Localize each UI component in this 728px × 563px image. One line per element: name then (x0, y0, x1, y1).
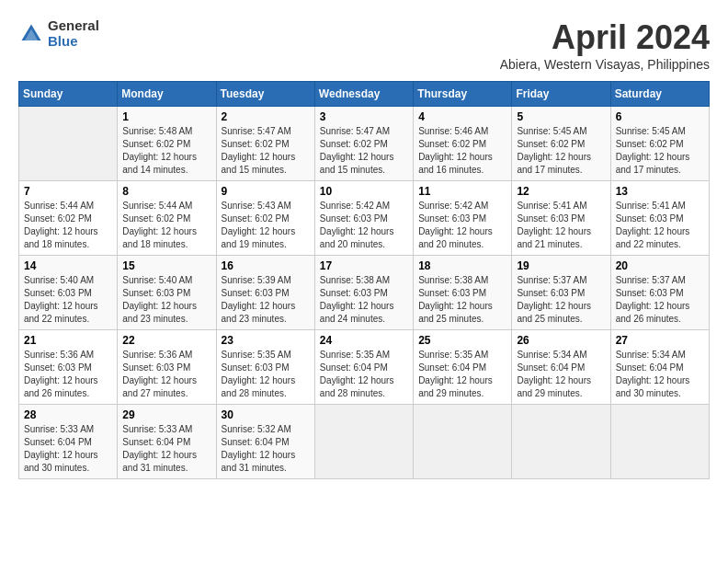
calendar-week-2: 7Sunrise: 5:44 AM Sunset: 6:02 PM Daylig… (19, 181, 710, 256)
subtitle: Abiera, Western Visayas, Philippines (500, 57, 710, 72)
day-number: 6 (616, 110, 704, 123)
calendar-cell: 3Sunrise: 5:47 AM Sunset: 6:02 PM Daylig… (314, 107, 413, 181)
day-info: Sunrise: 5:34 AM Sunset: 6:04 PM Dayligh… (517, 349, 605, 400)
calendar-cell: 19Sunrise: 5:37 AM Sunset: 6:03 PM Dayli… (512, 256, 610, 330)
month-title: April 2024 (500, 18, 710, 57)
page-header: General Blue April 2024 Abiera, Western … (18, 18, 710, 72)
day-number: 19 (517, 259, 605, 272)
day-number: 1 (122, 110, 210, 123)
day-number: 7 (24, 185, 112, 198)
day-info: Sunrise: 5:33 AM Sunset: 6:04 PM Dayligh… (122, 423, 210, 475)
day-number: 18 (418, 259, 506, 272)
day-number: 28 (24, 408, 112, 421)
calendar-cell: 10Sunrise: 5:42 AM Sunset: 6:03 PM Dayli… (314, 181, 413, 256)
col-thursday: Thursday (414, 82, 512, 107)
day-number: 26 (517, 334, 605, 347)
day-info: Sunrise: 5:35 AM Sunset: 6:03 PM Dayligh… (222, 349, 310, 400)
calendar-cell: 5Sunrise: 5:45 AM Sunset: 6:02 PM Daylig… (512, 107, 610, 181)
calendar-cell: 2Sunrise: 5:47 AM Sunset: 6:02 PM Daylig… (216, 107, 314, 181)
calendar-week-4: 21Sunrise: 5:36 AM Sunset: 6:03 PM Dayli… (19, 330, 710, 405)
day-info: Sunrise: 5:35 AM Sunset: 6:04 PM Dayligh… (320, 349, 408, 400)
calendar-cell (19, 107, 118, 181)
calendar-cell: 22Sunrise: 5:36 AM Sunset: 6:03 PM Dayli… (118, 330, 216, 405)
calendar-week-5: 28Sunrise: 5:33 AM Sunset: 6:04 PM Dayli… (19, 405, 710, 479)
logo-text: General Blue (48, 18, 99, 49)
day-number: 2 (222, 110, 310, 123)
calendar-cell: 21Sunrise: 5:36 AM Sunset: 6:03 PM Dayli… (19, 330, 118, 405)
day-number: 3 (320, 110, 408, 123)
calendar-cell (512, 405, 610, 479)
day-number: 11 (418, 185, 506, 198)
col-wednesday: Wednesday (314, 82, 413, 107)
day-info: Sunrise: 5:40 AM Sunset: 6:03 PM Dayligh… (24, 274, 112, 326)
calendar-cell: 17Sunrise: 5:38 AM Sunset: 6:03 PM Dayli… (314, 256, 413, 330)
calendar-cell: 29Sunrise: 5:33 AM Sunset: 6:04 PM Dayli… (118, 405, 216, 479)
day-info: Sunrise: 5:32 AM Sunset: 6:04 PM Dayligh… (222, 423, 310, 475)
day-info: Sunrise: 5:48 AM Sunset: 6:02 PM Dayligh… (122, 125, 210, 177)
calendar-cell: 18Sunrise: 5:38 AM Sunset: 6:03 PM Dayli… (414, 256, 512, 330)
day-number: 22 (122, 334, 210, 347)
day-number: 27 (616, 334, 704, 347)
calendar-cell: 12Sunrise: 5:41 AM Sunset: 6:03 PM Dayli… (512, 181, 610, 256)
calendar-cell: 20Sunrise: 5:37 AM Sunset: 6:03 PM Dayli… (610, 256, 709, 330)
calendar-cell: 14Sunrise: 5:40 AM Sunset: 6:03 PM Dayli… (19, 256, 118, 330)
day-number: 30 (222, 408, 310, 421)
day-info: Sunrise: 5:38 AM Sunset: 6:03 PM Dayligh… (320, 274, 408, 326)
day-info: Sunrise: 5:37 AM Sunset: 6:03 PM Dayligh… (517, 274, 605, 326)
day-info: Sunrise: 5:40 AM Sunset: 6:03 PM Dayligh… (122, 274, 210, 326)
calendar-cell: 13Sunrise: 5:41 AM Sunset: 6:03 PM Dayli… (610, 181, 709, 256)
day-number: 13 (616, 185, 704, 198)
calendar-cell: 23Sunrise: 5:35 AM Sunset: 6:03 PM Dayli… (216, 330, 314, 405)
title-area: April 2024 Abiera, Western Visayas, Phil… (500, 18, 710, 72)
day-number: 8 (122, 185, 210, 198)
day-info: Sunrise: 5:45 AM Sunset: 6:02 PM Dayligh… (616, 125, 704, 177)
logo-general: General (48, 18, 99, 34)
day-info: Sunrise: 5:46 AM Sunset: 6:02 PM Dayligh… (418, 125, 506, 177)
calendar-cell: 30Sunrise: 5:32 AM Sunset: 6:04 PM Dayli… (216, 405, 314, 479)
col-sunday: Sunday (19, 82, 118, 107)
calendar-cell: 9Sunrise: 5:43 AM Sunset: 6:02 PM Daylig… (216, 181, 314, 256)
day-info: Sunrise: 5:36 AM Sunset: 6:03 PM Dayligh… (24, 349, 112, 400)
col-saturday: Saturday (610, 82, 709, 107)
day-info: Sunrise: 5:41 AM Sunset: 6:03 PM Dayligh… (517, 200, 605, 251)
calendar-cell: 24Sunrise: 5:35 AM Sunset: 6:04 PM Dayli… (314, 330, 413, 405)
day-info: Sunrise: 5:47 AM Sunset: 6:02 PM Dayligh… (222, 125, 310, 177)
calendar-cell: 28Sunrise: 5:33 AM Sunset: 6:04 PM Dayli… (19, 405, 118, 479)
logo: General Blue (18, 18, 99, 49)
col-tuesday: Tuesday (216, 82, 314, 107)
calendar-cell: 25Sunrise: 5:35 AM Sunset: 6:04 PM Dayli… (414, 330, 512, 405)
calendar-cell (314, 405, 413, 479)
calendar-cell: 11Sunrise: 5:42 AM Sunset: 6:03 PM Dayli… (414, 181, 512, 256)
calendar-cell: 16Sunrise: 5:39 AM Sunset: 6:03 PM Dayli… (216, 256, 314, 330)
day-number: 5 (517, 110, 605, 123)
day-info: Sunrise: 5:41 AM Sunset: 6:03 PM Dayligh… (616, 200, 704, 251)
day-number: 23 (222, 334, 310, 347)
day-info: Sunrise: 5:45 AM Sunset: 6:02 PM Dayligh… (517, 125, 605, 177)
day-info: Sunrise: 5:42 AM Sunset: 6:03 PM Dayligh… (320, 200, 408, 251)
day-number: 29 (122, 408, 210, 421)
day-number: 10 (320, 185, 408, 198)
calendar-cell: 27Sunrise: 5:34 AM Sunset: 6:04 PM Dayli… (610, 330, 709, 405)
day-info: Sunrise: 5:38 AM Sunset: 6:03 PM Dayligh… (418, 274, 506, 326)
day-number: 21 (24, 334, 112, 347)
calendar-cell: 8Sunrise: 5:44 AM Sunset: 6:02 PM Daylig… (118, 181, 216, 256)
calendar-cell: 26Sunrise: 5:34 AM Sunset: 6:04 PM Dayli… (512, 330, 610, 405)
day-number: 20 (616, 259, 704, 272)
calendar-week-3: 14Sunrise: 5:40 AM Sunset: 6:03 PM Dayli… (19, 256, 710, 330)
day-number: 9 (222, 185, 310, 198)
day-info: Sunrise: 5:35 AM Sunset: 6:04 PM Dayligh… (418, 349, 506, 400)
day-number: 16 (222, 259, 310, 272)
day-info: Sunrise: 5:44 AM Sunset: 6:02 PM Dayligh… (122, 200, 210, 251)
day-info: Sunrise: 5:47 AM Sunset: 6:02 PM Dayligh… (320, 125, 408, 177)
header-row: Sunday Monday Tuesday Wednesday Thursday… (19, 82, 710, 107)
calendar-cell: 6Sunrise: 5:45 AM Sunset: 6:02 PM Daylig… (610, 107, 709, 181)
calendar-week-1: 1Sunrise: 5:48 AM Sunset: 6:02 PM Daylig… (19, 107, 710, 181)
calendar-cell (610, 405, 709, 479)
day-number: 14 (24, 259, 112, 272)
day-info: Sunrise: 5:36 AM Sunset: 6:03 PM Dayligh… (122, 349, 210, 400)
day-number: 15 (122, 259, 210, 272)
calendar-cell: 4Sunrise: 5:46 AM Sunset: 6:02 PM Daylig… (414, 107, 512, 181)
calendar-cell: 7Sunrise: 5:44 AM Sunset: 6:02 PM Daylig… (19, 181, 118, 256)
day-info: Sunrise: 5:37 AM Sunset: 6:03 PM Dayligh… (616, 274, 704, 326)
day-number: 12 (517, 185, 605, 198)
